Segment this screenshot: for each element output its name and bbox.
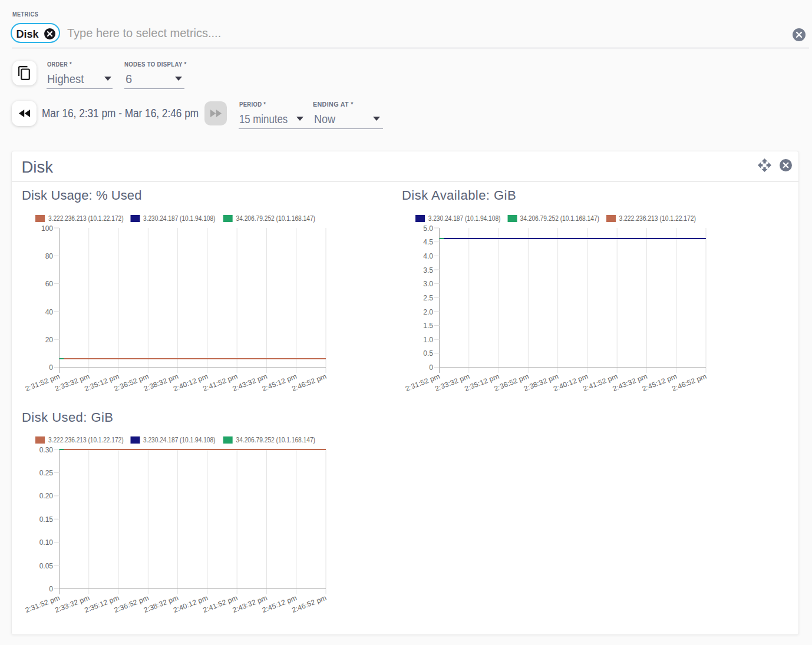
svg-text:40: 40	[45, 308, 54, 316]
svg-text:20: 20	[45, 336, 54, 344]
svg-text:2.0: 2.0	[423, 308, 433, 316]
svg-text:60: 60	[45, 280, 54, 288]
svg-text:100: 100	[41, 224, 53, 233]
svg-text:1.5: 1.5	[423, 322, 433, 330]
svg-text:0: 0	[49, 585, 53, 593]
svg-text:3.230.24.187 (10.1.94.108): 3.230.24.187 (10.1.94.108)	[143, 214, 216, 223]
svg-text:4.5: 4.5	[423, 238, 433, 246]
svg-text:5.0: 5.0	[423, 224, 433, 233]
svg-text:0: 0	[429, 363, 433, 372]
svg-text:80: 80	[45, 252, 54, 260]
svg-text:0.10: 0.10	[39, 538, 54, 547]
svg-text:3.5: 3.5	[423, 266, 433, 274]
svg-text:0.5: 0.5	[423, 349, 433, 358]
svg-text:0.25: 0.25	[39, 469, 54, 477]
svg-text:0.05: 0.05	[39, 561, 54, 570]
svg-text:0.30: 0.30	[39, 445, 54, 454]
svg-text:2.5: 2.5	[423, 294, 433, 302]
svg-text:3.0: 3.0	[423, 280, 433, 288]
svg-text:0.20: 0.20	[39, 492, 54, 500]
svg-text:3.230.24.187 (10.1.94.108): 3.230.24.187 (10.1.94.108)	[143, 436, 216, 444]
svg-text:0: 0	[49, 363, 53, 372]
svg-text:3.222.236.213 (10.1.22.172): 3.222.236.213 (10.1.22.172)	[619, 214, 697, 223]
svg-text:4.0: 4.0	[423, 252, 433, 260]
svg-text:3.222.236.213 (10.1.22.172): 3.222.236.213 (10.1.22.172)	[48, 214, 124, 223]
svg-text:3.230.24.187 (10.1.94.108): 3.230.24.187 (10.1.94.108)	[428, 214, 501, 223]
svg-text:34.206.79.252 (10.1.168.147): 34.206.79.252 (10.1.168.147)	[520, 214, 599, 223]
svg-text:34.206.79.252 (10.1.168.147): 34.206.79.252 (10.1.168.147)	[236, 436, 316, 444]
svg-text:3.222.236.213 (10.1.22.172): 3.222.236.213 (10.1.22.172)	[48, 436, 124, 444]
svg-text:0.15: 0.15	[39, 515, 54, 523]
svg-text:34.206.79.252 (10.1.168.147): 34.206.79.252 (10.1.168.147)	[236, 214, 316, 223]
svg-text:1.0: 1.0	[423, 336, 433, 344]
